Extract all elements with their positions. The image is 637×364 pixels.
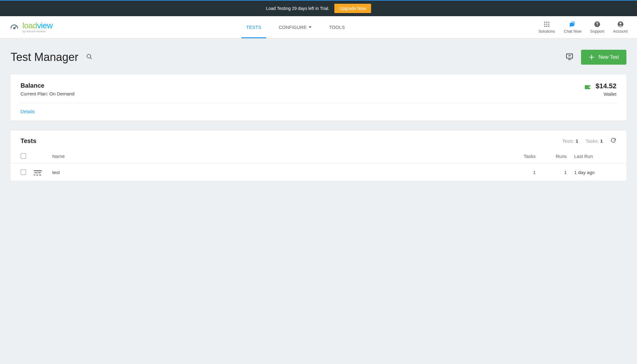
balance-title: Balance [21, 82, 74, 89]
main-header: loadview by dotcom-monitor TESTS CONFIGU… [0, 16, 637, 39]
balance-amount: $14.52 [596, 82, 616, 90]
svg-point-8 [544, 26, 545, 27]
svg-point-9 [546, 26, 547, 27]
brand-text: loadview by dotcom-monitor [22, 21, 53, 33]
apps-grid-icon [543, 21, 550, 28]
tests-count-stat: Tests: 1 [562, 138, 578, 144]
account-icon [617, 21, 624, 28]
svg-point-14 [620, 22, 621, 24]
main-nav: TESTS CONFIGURE TOOLS [238, 16, 354, 38]
balance-details-link[interactable]: Details [21, 109, 35, 114]
brand-logo[interactable]: loadview by dotcom-monitor [9, 21, 53, 33]
page-header: Test Manager New [11, 50, 626, 65]
svg-point-5 [544, 24, 545, 25]
tests-card: Tests Tests: 1 Tasks: 1 [11, 131, 626, 181]
header-action-label: Support [590, 29, 604, 34]
balance-card: Balance Current Plan: On Demand $14.52 [11, 75, 626, 121]
screen-recorder-button[interactable] [565, 53, 574, 62]
header-action-label: Chat Now [564, 29, 581, 34]
balance-plan: Current Plan: On Demand [21, 91, 74, 96]
gauge-icon [9, 22, 19, 32]
refresh-button[interactable] [610, 137, 616, 145]
test-name-cell: test [49, 164, 508, 181]
header-action-label: Solutions [538, 29, 555, 34]
select-all-checkbox[interactable] [21, 153, 26, 159]
refresh-icon [610, 137, 616, 144]
test-last-run-cell: 1 day ago [570, 164, 626, 181]
chevron-down-icon [309, 26, 312, 28]
row-checkbox[interactable] [21, 169, 26, 175]
nav-tab-configure[interactable]: CONFIGURE [270, 16, 320, 38]
test-tasks-cell: 1 [508, 164, 539, 181]
support-button[interactable]: Support [590, 21, 604, 34]
help-icon [594, 21, 601, 28]
brand-name-part1: load [22, 21, 37, 30]
svg-point-12 [597, 25, 597, 26]
svg-point-4 [548, 22, 549, 23]
tests-title: Tests [21, 137, 36, 145]
svg-line-16 [90, 58, 91, 59]
trial-message: Load Testing 29 days left in Trial. [266, 6, 329, 11]
column-header-last-run[interactable]: Last Run [570, 150, 626, 164]
svg-point-23 [589, 87, 590, 87]
svg-line-1 [14, 26, 16, 28]
svg-point-10 [548, 26, 549, 27]
column-header-tasks[interactable]: Tasks [508, 150, 539, 164]
page-title: Test Manager [11, 51, 78, 64]
table-row[interactable]: HTTP test 1 1 1 day ago [11, 164, 626, 181]
chat-now-button[interactable]: Chat Now [564, 21, 581, 34]
nav-tab-tests[interactable]: TESTS [238, 16, 270, 38]
column-header-runs[interactable]: Runs [539, 150, 570, 164]
column-header-name[interactable]: Name [49, 150, 508, 164]
search-icon [86, 53, 93, 60]
svg-point-2 [544, 22, 545, 23]
nav-tab-label: TOOLS [329, 25, 345, 30]
header-action-label: Account [613, 29, 628, 34]
wallet-icon [584, 83, 591, 92]
chat-icon [569, 21, 576, 28]
upgrade-now-button[interactable]: Upgrade Now [334, 4, 371, 13]
trial-banner: Load Testing 29 days left in Trial. Upgr… [0, 0, 637, 16]
new-test-button[interactable]: New Test [581, 50, 626, 65]
account-button[interactable]: Account [613, 21, 628, 34]
plus-icon [588, 54, 595, 60]
screen-recorder-icon [565, 53, 574, 61]
search-button[interactable] [86, 53, 93, 61]
svg-point-3 [546, 22, 547, 23]
nav-tab-label: CONFIGURE [279, 25, 307, 30]
svg-point-7 [548, 24, 549, 25]
tasks-count-stat: Tasks: 1 [586, 138, 603, 144]
page-content: Test Manager New [0, 39, 637, 202]
nav-tab-label: TESTS [246, 25, 261, 30]
nav-tab-tools[interactable]: TOOLS [320, 16, 354, 38]
svg-point-6 [546, 24, 547, 25]
brand-tagline: by dotcom-monitor [22, 30, 53, 33]
brand-name-part2: view [37, 21, 53, 30]
header-actions: Solutions Chat Now Support Account [538, 21, 628, 34]
test-runs-cell: 1 [539, 164, 570, 181]
new-test-label: New Test [598, 54, 619, 60]
balance-wallet-label: Wallet [596, 91, 616, 97]
solutions-button[interactable]: Solutions [538, 21, 555, 34]
http-test-icon: HTTP [34, 170, 42, 175]
tests-table: Name Tasks Runs Last Run HTTP test 1 1 [11, 150, 626, 181]
